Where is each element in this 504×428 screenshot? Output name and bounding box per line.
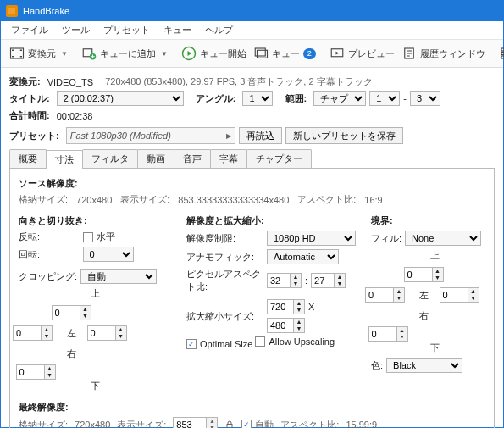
res-limit-select[interactable]: 1080p HD — [267, 231, 356, 246]
tab-filters[interactable]: フィルタ — [82, 149, 138, 168]
chevron-right-icon: ▶ — [226, 132, 231, 140]
par-a-input[interactable]: ▲▼ — [267, 273, 302, 288]
lock-icon — [224, 420, 235, 428]
svg-rect-15 — [227, 425, 232, 429]
queue-button[interactable]: キュー 2 — [250, 44, 319, 63]
scale-h-input[interactable]: ▲▼ — [267, 318, 305, 333]
total-duration: 00:02:38 — [57, 111, 93, 121]
play-icon — [181, 46, 197, 61]
save-preset-button[interactable]: 新しいプリセットを保存 — [285, 127, 403, 144]
queue-icon — [253, 46, 269, 61]
range-type-select[interactable]: チャプター — [313, 91, 366, 106]
tab-dimensions[interactable]: 寸法 — [46, 150, 83, 169]
menubar: ファイル ツール プリセット キュー ヘルプ — [1, 21, 503, 40]
app-icon — [6, 5, 18, 17]
preset-row: プリセット: Fast 1080p30 (Modified) ▶ 再読込 新しい… — [9, 127, 495, 144]
source-res-head: ソース解像度: — [19, 177, 485, 190]
color-select[interactable]: Black — [386, 358, 462, 373]
menu-file[interactable]: ファイル — [4, 22, 55, 38]
range-to-select[interactable]: 3 — [410, 91, 440, 106]
cropping-select[interactable]: 自動 — [80, 269, 157, 284]
chevron-down-icon: ▼ — [61, 50, 68, 58]
source-meta: 720x480 (853x480), 29.97 FPS, 3 音声トラック, … — [105, 75, 372, 88]
app-title: HandBrake — [23, 6, 69, 16]
pad-bottom-input[interactable]: ▲▼ — [368, 326, 408, 342]
title-select[interactable]: 2 (00:02:37) — [57, 91, 184, 106]
crop-top-input[interactable]: ▲▼ — [52, 305, 91, 320]
preview-button[interactable]: プレビュー — [326, 44, 398, 63]
titlebar: HandBrake — [1, 1, 503, 21]
pad-right-input[interactable]: ▲▼ — [440, 287, 479, 303]
par-b-input[interactable]: ▲▼ — [311, 273, 346, 288]
presets-button[interactable]: プリセット▼ — [496, 44, 504, 63]
auto-disp-checkbox[interactable]: ✓自動 — [241, 419, 274, 429]
start-encode-button[interactable]: キュー開始 — [178, 44, 250, 63]
add-queue-icon — [81, 46, 97, 61]
rotate-select[interactable]: 0 — [83, 247, 134, 262]
dimensions-panel: ソース解像度: 格納サイズ:720x480 表示サイズ:853.33333333… — [9, 169, 495, 428]
queue-count-badge: 2 — [303, 48, 316, 59]
chevron-down-icon: ▼ — [161, 50, 168, 58]
reload-preset-button[interactable]: 再読込 — [239, 127, 282, 144]
pad-left-input[interactable]: ▲▼ — [365, 287, 405, 303]
menu-tools[interactable]: ツール — [55, 22, 97, 38]
crop-bottom-input[interactable]: ▲▼ — [16, 364, 56, 380]
svg-rect-2 — [12, 56, 14, 58]
svg-rect-4 — [20, 56, 22, 58]
tab-subtitles[interactable]: 字幕 — [210, 149, 247, 168]
history-button[interactable]: 履歴ウィンドウ — [398, 44, 489, 63]
range-from-select[interactable]: 1 — [369, 91, 400, 106]
scale-w-input[interactable]: ▲▼ — [267, 299, 305, 314]
anamorphic-select[interactable]: Automatic — [267, 249, 339, 264]
add-queue-button[interactable]: キューに追加▼ — [78, 44, 171, 63]
tab-audio[interactable]: 音声 — [174, 149, 211, 168]
svg-rect-3 — [20, 50, 22, 52]
menu-presets[interactable]: プリセット — [97, 22, 157, 38]
toolbar: 変換元▼ キューに追加▼ キュー開始 キュー 2 プレビュー 履歴ウィンドウ — [1, 40, 503, 68]
menu-help[interactable]: ヘルプ — [198, 22, 240, 38]
crop-left-input[interactable]: ▲▼ — [13, 325, 53, 341]
source-name: VIDEO_TS — [47, 77, 93, 87]
preset-select[interactable]: Fast 1080p30 (Modified) ▶ — [66, 127, 235, 144]
filmstrip-icon — [9, 46, 25, 61]
presets-icon — [499, 46, 504, 61]
optimal-size-checkbox[interactable]: ✓Optimal Size — [186, 339, 252, 349]
tab-video[interactable]: 動画 — [137, 149, 174, 168]
final-disp-input[interactable]: ▲▼ — [173, 417, 218, 428]
crop-right-input[interactable]: ▲▼ — [87, 325, 127, 341]
tab-chapters[interactable]: チャプター — [246, 149, 312, 168]
menu-queue[interactable]: キュー — [157, 22, 198, 38]
history-icon — [402, 46, 417, 61]
preview-icon — [330, 46, 345, 61]
angle-select[interactable]: 1 — [242, 91, 273, 106]
fill-select[interactable]: None — [405, 231, 481, 246]
allow-upscale-checkbox[interactable]: Allow Upscaling — [255, 336, 335, 347]
source-info: 変換元: VIDEO_TS 720x480 (853x480), 29.97 F… — [9, 75, 495, 88]
pad-top-input[interactable]: ▲▼ — [404, 267, 444, 282]
svg-rect-1 — [12, 50, 14, 52]
title-row: タイトル: 2 (00:02:37) アングル: 1 範囲: チャプター 1 -… — [9, 91, 495, 122]
flip-checkbox[interactable]: 水平 — [83, 231, 171, 243]
open-source-button[interactable]: 変換元▼ — [6, 44, 71, 63]
tabs: 概要 寸法 フィルタ 動画 音声 字幕 チャプター — [9, 149, 495, 169]
tab-summary[interactable]: 概要 — [9, 149, 47, 168]
